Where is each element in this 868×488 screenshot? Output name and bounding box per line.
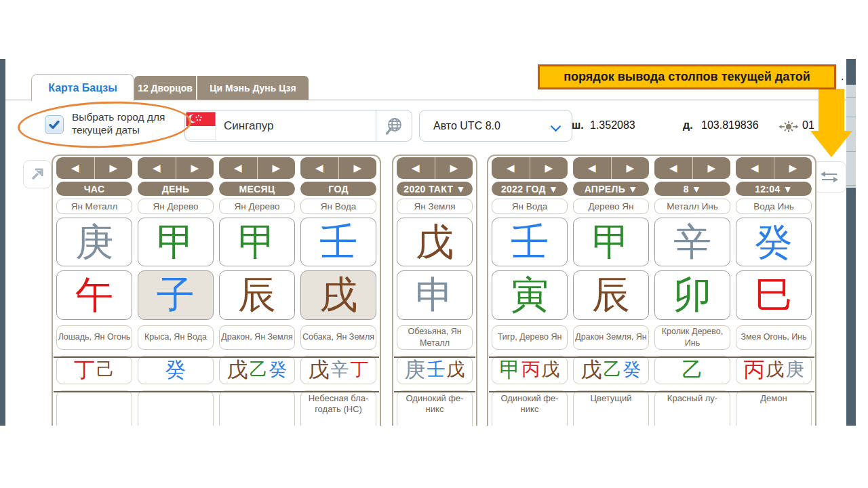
earthly-branch-cell[interactable]: 子 [138, 270, 214, 320]
pillar-header-dropdown[interactable]: 8 ▼ [654, 182, 730, 196]
pillar-header[interactable]: ЧАС [56, 182, 132, 196]
swap-direction-button[interactable] [812, 161, 846, 192]
longitude-value: 103.819836 [701, 119, 759, 131]
group-divider [394, 391, 475, 392]
pillar-note: Цветущий [573, 390, 649, 426]
hidden-stems-cell[interactable]: 戊 辛 丁 [300, 356, 376, 385]
hidden-stem: 戊 [447, 361, 465, 379]
heavenly-stem-cell[interactable]: 甲 [219, 218, 295, 267]
pillar-note [219, 390, 295, 426]
next-pillar-button[interactable]: ▶ [94, 157, 133, 179]
tab-qi-men-dun-jia[interactable]: Ци Мэнь Дунь Цзя [197, 76, 309, 100]
expand-arrow-icon [29, 166, 45, 182]
earthly-branch-cell[interactable]: 戌 [300, 270, 376, 320]
heavenly-stem-cell[interactable]: 甲 [573, 218, 649, 267]
hidden-stem: 丙 [522, 361, 540, 379]
swap-arrows-icon [818, 168, 841, 186]
hidden-stem: 壬 [427, 361, 446, 379]
pillar-header[interactable]: ГОД [300, 182, 376, 196]
city-input[interactable] [216, 119, 376, 134]
hidden-stems-cell[interactable]: 戊 乙 癸 [573, 356, 649, 385]
prev-pillar-button[interactable]: ◀ [736, 157, 774, 179]
prev-pillar-button[interactable]: ◀ [56, 157, 94, 179]
pillar-nav: ◀ ▶ [219, 157, 295, 179]
branch-animal-label: Тигр, Дерево Ян [492, 325, 568, 350]
next-pillar-button[interactable]: ▶ [176, 157, 214, 179]
heavenly-stem-cell[interactable]: 戊 [397, 218, 473, 267]
earthly-branch-cell[interactable]: 午 [56, 270, 132, 320]
pillar-nav: ◀ ▶ [397, 157, 473, 179]
heavenly-stem-cell[interactable]: 癸 [736, 218, 812, 267]
heavenly-stem-cell[interactable]: 庚 [56, 218, 132, 267]
expand-chart-button[interactable] [23, 160, 52, 188]
pillar-header-dropdown[interactable]: 2022 ГОД ▼ [492, 182, 568, 196]
branch-animal-label: Крыса, Ян Вода [138, 325, 214, 350]
heavenly-stem-cell[interactable]: 壬 [492, 218, 568, 267]
hidden-stem: 癸 [165, 359, 186, 380]
prev-pillar-button[interactable]: ◀ [654, 157, 692, 179]
timezone-select[interactable]: Авто UTC 8.0 [419, 110, 572, 142]
earthly-branch-cell[interactable]: 申 [397, 270, 473, 320]
hidden-stems-cell[interactable]: 乙 [654, 356, 730, 385]
pillar-element-label: Ян Дерево [219, 199, 295, 214]
prev-pillar-button[interactable]: ◀ [219, 157, 257, 179]
prev-pillar-button[interactable]: ◀ [573, 157, 611, 179]
timezone-value: Авто UTC 8.0 [433, 120, 500, 132]
pillar-header[interactable]: ДЕНЬ [138, 182, 214, 196]
pillar-column-current-year: ◀ ▶ 2022 ГОД ▼ Ян Вода 壬 寅 Тигр, Дерево … [492, 157, 568, 426]
tab-bazi-chart[interactable]: Карта Бацзы [31, 74, 134, 101]
heavenly-stem-cell[interactable]: 甲 [138, 218, 214, 267]
hidden-stems-cell[interactable]: 戊 乙 癸 [219, 356, 295, 385]
earthly-branch-cell[interactable]: 辰 [219, 270, 295, 320]
city-search-button[interactable] [376, 110, 412, 141]
latitude-value: 1.352083 [590, 119, 635, 131]
pillar-element-label: Ян Вода [492, 199, 568, 214]
next-pillar-button[interactable]: ▶ [257, 157, 296, 179]
pillar-column-month: ◀ ▶ МЕСЯЦ Ян Дерево 甲 辰 Дракон, Ян Земля… [219, 157, 295, 426]
hidden-stems-cell[interactable]: 庚 壬 戊 [397, 356, 473, 385]
group-divider [54, 391, 379, 392]
pillar-note: Одинокий фе-никс [492, 390, 568, 426]
tab-12-palaces[interactable]: 12 Дворцов [134, 76, 196, 100]
group-divider [489, 357, 814, 358]
next-pillar-button[interactable]: ▶ [530, 157, 568, 179]
pillar-header-dropdown[interactable]: 12:04 ▼ [736, 182, 812, 196]
earthly-branch-cell[interactable]: 卯 [654, 270, 730, 320]
latitude-label: ш. [572, 119, 584, 131]
branch-animal-label: Собака, Ян Земля [300, 325, 376, 350]
heavenly-stem-cell[interactable]: 壬 [300, 218, 376, 267]
earthly-branch-cell[interactable]: 辰 [573, 270, 649, 320]
pillar-column-day: ◀ ▶ ДЕНЬ Ян Дерево 甲 子 Крыса, Ян Вода 癸 [138, 157, 214, 426]
pillar-header-dropdown[interactable]: 2020 ТАКТ ▼ [397, 182, 473, 196]
hidden-stem: 乙 [682, 359, 703, 380]
hidden-stems-cell[interactable]: 丙 戊 庚 [736, 356, 812, 385]
next-pillar-button[interactable]: ▶ [611, 157, 650, 179]
pillar-header-dropdown[interactable]: АПРЕЛЬ ▼ [573, 182, 649, 196]
prev-pillar-button[interactable]: ◀ [492, 157, 530, 179]
annotation-down-arrow-icon [810, 89, 852, 157]
clipped-text-dot: . [841, 70, 844, 83]
pillar-element-label: Металл Инь [654, 199, 730, 214]
pillar-nav: ◀ ▶ [56, 157, 132, 179]
prev-pillar-button[interactable]: ◀ [300, 157, 338, 179]
hidden-stem: 戊 [542, 361, 560, 379]
pillar-nav: ◀ ▶ [300, 157, 376, 179]
prev-pillar-button[interactable]: ◀ [397, 157, 435, 179]
next-pillar-button[interactable]: ▶ [338, 157, 377, 179]
prev-pillar-button[interactable]: ◀ [138, 157, 176, 179]
pillar-nav: ◀ ▶ [138, 157, 214, 179]
pillar-header[interactable]: МЕСЯЦ [219, 182, 295, 196]
pillar-column-year: ◀ ▶ ГОД Ян Вода 壬 戌 Собака, Ян Земля 戊 辛… [300, 157, 376, 426]
pillar-group-current-date: ◀ ▶ 2022 ГОД ▼ Ян Вода 壬 寅 Тигр, Дерево … [487, 155, 816, 426]
pillar-note [56, 390, 132, 426]
hidden-stems-cell[interactable]: 丁 己 [56, 356, 132, 385]
earthly-branch-cell[interactable]: 寅 [492, 270, 568, 320]
hidden-stem: 己 [96, 361, 115, 379]
next-pillar-button[interactable]: ▶ [692, 157, 731, 179]
next-pillar-button[interactable]: ▶ [435, 157, 473, 179]
heavenly-stem-cell[interactable]: 辛 [654, 218, 730, 267]
hidden-stems-cell[interactable]: 癸 [138, 356, 214, 385]
next-pillar-button[interactable]: ▶ [774, 157, 812, 179]
earthly-branch-cell[interactable]: 巳 [736, 270, 812, 320]
hidden-stems-cell[interactable]: 甲 丙 戊 [492, 356, 568, 385]
